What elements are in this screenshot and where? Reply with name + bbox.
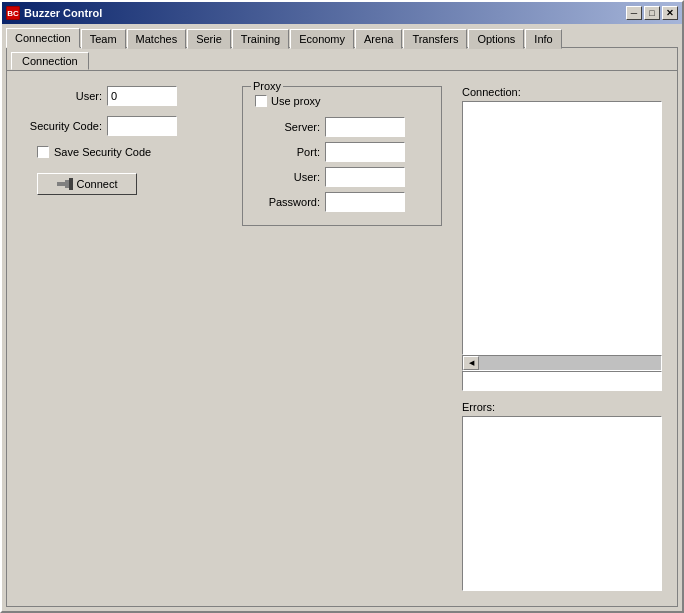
window-title: Buzzer Control [24, 7, 102, 19]
middle-section: Proxy Use proxy Server: Port: User: [242, 86, 442, 591]
security-code-input[interactable] [107, 116, 177, 136]
tab-economy[interactable]: Economy [290, 29, 354, 49]
svg-rect-2 [69, 178, 73, 190]
svg-rect-1 [65, 180, 69, 188]
proxy-port-row: Port: [255, 142, 429, 162]
svg-rect-0 [57, 182, 65, 186]
proxy-server-row: Server: [255, 117, 429, 137]
right-section: Connection: ◀ Errors: [462, 86, 662, 591]
proxy-server-input[interactable] [325, 117, 405, 137]
errors-label: Errors: [462, 401, 662, 413]
connect-label: Connect [77, 178, 118, 190]
security-code-label: Security Code: [22, 120, 102, 132]
main-window: BC Buzzer Control ─ □ ✕ Connection Team … [0, 0, 684, 613]
proxy-legend: Proxy [251, 80, 283, 92]
user-row: User: [22, 86, 222, 106]
tab-transfers[interactable]: Transfers [403, 29, 467, 49]
maximize-button[interactable]: □ [644, 6, 660, 20]
tab-matches[interactable]: Matches [127, 29, 187, 49]
user-input[interactable] [107, 86, 177, 106]
scroll-track[interactable] [479, 356, 661, 370]
connection-input[interactable] [462, 371, 662, 391]
tab-arena[interactable]: Arena [355, 29, 402, 49]
connection-scrollbar[interactable]: ◀ [462, 355, 662, 371]
errors-textarea[interactable] [462, 416, 662, 591]
tab-training[interactable]: Training [232, 29, 289, 49]
sub-tab-bar: Connection [7, 48, 677, 70]
window-controls: ─ □ ✕ [626, 6, 678, 20]
scroll-left-arrow[interactable]: ◀ [463, 356, 479, 370]
connect-icon [57, 178, 73, 190]
tab-info[interactable]: Info [525, 29, 561, 49]
proxy-user-row: User: [255, 167, 429, 187]
proxy-port-input[interactable] [325, 142, 405, 162]
use-proxy-checkbox[interactable] [255, 95, 267, 107]
sub-tab-connection[interactable]: Connection [11, 52, 89, 70]
connection-textarea[interactable] [462, 101, 662, 355]
save-security-code-label: Save Security Code [54, 146, 151, 158]
proxy-user-input[interactable] [325, 167, 405, 187]
menu-tab-bar: Connection Team Matches Serie Training E… [2, 24, 682, 47]
app-icon: BC [6, 6, 20, 20]
connect-button[interactable]: Connect [37, 173, 137, 195]
title-bar: BC Buzzer Control ─ □ ✕ [2, 2, 682, 24]
use-proxy-row: Use proxy [255, 95, 429, 107]
left-section: User: Security Code: Save Security Code [22, 86, 222, 591]
proxy-password-row: Password: [255, 192, 429, 212]
errors-group: Errors: [462, 401, 662, 591]
save-security-code-checkbox[interactable] [37, 146, 49, 158]
proxy-password-input[interactable] [325, 192, 405, 212]
content-area: Connection User: Security Code: Save Sec… [6, 47, 678, 607]
use-proxy-label: Use proxy [271, 95, 321, 107]
minimize-button[interactable]: ─ [626, 6, 642, 20]
user-label: User: [22, 90, 102, 102]
title-bar-left: BC Buzzer Control [6, 6, 102, 20]
tab-options[interactable]: Options [468, 29, 524, 49]
proxy-password-label: Password: [255, 196, 320, 208]
security-code-row: Security Code: [22, 116, 222, 136]
connection-section-label: Connection: [462, 86, 662, 98]
tab-content-connection: User: Security Code: Save Security Code [7, 71, 677, 606]
proxy-port-label: Port: [255, 146, 320, 158]
connection-group: Connection: ◀ [462, 86, 662, 391]
tab-team[interactable]: Team [81, 29, 126, 49]
connect-button-row: Connect [22, 173, 222, 195]
tab-serie[interactable]: Serie [187, 29, 231, 49]
proxy-server-label: Server: [255, 121, 320, 133]
tab-connection[interactable]: Connection [6, 28, 80, 48]
save-security-code-row: Save Security Code [37, 146, 222, 158]
proxy-user-label: User: [255, 171, 320, 183]
proxy-group: Proxy Use proxy Server: Port: User: [242, 86, 442, 226]
close-button[interactable]: ✕ [662, 6, 678, 20]
